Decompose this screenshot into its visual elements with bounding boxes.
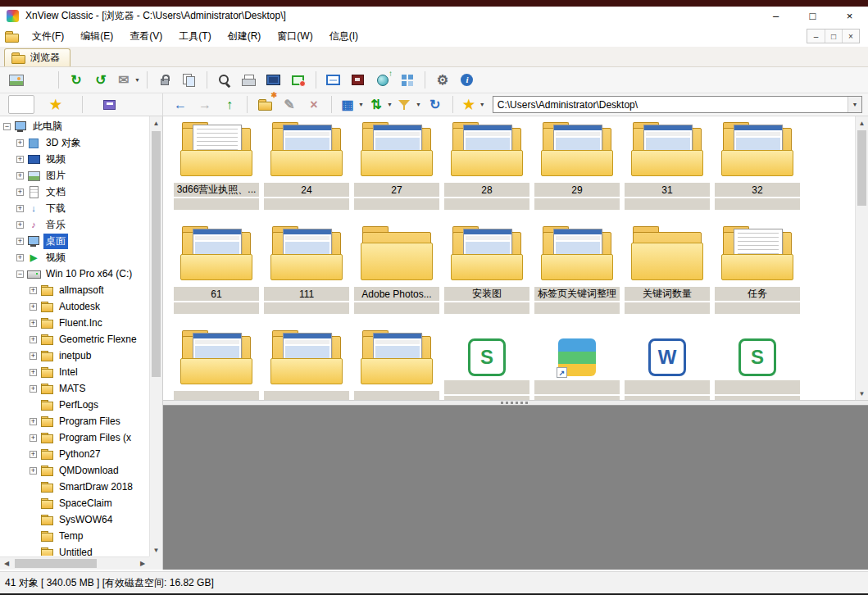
new-folder-button[interactable]: ✱ [252, 93, 277, 116]
file-item[interactable]: S [442, 329, 532, 400]
scroll-down-button[interactable]: ▼ [856, 387, 868, 400]
folders-button[interactable] [8, 95, 34, 114]
expand-icon[interactable]: + [30, 320, 37, 327]
folder-item[interactable]: 标签页关键词整理 [532, 225, 622, 329]
scroll-up-button[interactable]: ▲ [150, 116, 162, 129]
expand-icon[interactable]: + [16, 238, 24, 245]
folder-item[interactable]: 31 [622, 121, 712, 225]
folder-item[interactable] [352, 329, 442, 400]
scroll-down-button[interactable]: ▼ [150, 543, 162, 556]
expand-icon[interactable]: + [16, 221, 24, 229]
tree-item[interactable]: SysWOW64 [0, 511, 148, 528]
address-dropdown-button[interactable]: ▼ [848, 97, 861, 112]
expand-icon[interactable]: + [16, 188, 24, 196]
folder-item[interactable]: 关键词数量 [622, 225, 712, 329]
tree-item[interactable]: SpaceClaim [0, 495, 148, 511]
favorites-tab-button[interactable]: ★ [43, 95, 69, 114]
expand-icon[interactable]: + [16, 156, 24, 163]
folder-item[interactable]: 28 [442, 121, 532, 225]
filter-button[interactable]: ▼ [394, 93, 423, 116]
minimize-button[interactable]: – [757, 7, 794, 25]
browser-button[interactable] [4, 69, 29, 91]
expand-icon[interactable]: + [30, 369, 37, 376]
tree-item[interactable]: +↓下载 [0, 200, 148, 216]
tree-item[interactable]: −此电脑 [0, 118, 148, 134]
scroll-right-button[interactable]: ▶ [136, 557, 149, 570]
tree-item[interactable]: +Geometric Flexne [0, 331, 148, 347]
folder-item[interactable]: 111 [261, 225, 352, 329]
upload-button[interactable] [370, 69, 395, 91]
tree-item[interactable]: +▶视频 [0, 249, 148, 266]
folder-item[interactable]: Adobe Photos... [352, 225, 442, 329]
tree-item[interactable]: +QMDownload [0, 462, 148, 479]
web-button[interactable] [346, 69, 370, 91]
folder-item[interactable]: 3d66营业执照、... [171, 121, 261, 225]
address-input[interactable] [493, 97, 848, 112]
mdi-close-button[interactable]: × [842, 30, 859, 43]
folder-item[interactable]: 29 [532, 121, 622, 225]
tree-item[interactable]: PerfLogs [0, 397, 148, 413]
tree-item[interactable]: Untitled [0, 544, 148, 556]
view-mode-button[interactable]: ▦▼ [337, 93, 366, 116]
mdi-minimize-button[interactable]: – [807, 30, 825, 43]
tree-item[interactable]: −Win 10 Pro x64 (C:) [0, 266, 148, 282]
scroll-thumb[interactable] [15, 559, 97, 568]
folder-item[interactable] [261, 329, 352, 400]
scroll-up-button[interactable]: ▲ [856, 116, 868, 129]
tree-item[interactable]: SmartDraw 2018 [0, 479, 148, 495]
tree-item[interactable]: +Python27 [0, 446, 148, 462]
expand-icon[interactable]: + [30, 287, 37, 294]
menu-item[interactable]: 创建(R) [220, 26, 270, 47]
folder-item[interactable]: 61 [171, 225, 261, 329]
slideshow-button[interactable] [261, 69, 286, 91]
search-button[interactable] [212, 69, 237, 91]
folder-item[interactable]: 安装图 [442, 225, 532, 329]
folder-item[interactable] [171, 329, 261, 400]
menu-item[interactable]: 查看(V) [121, 26, 170, 47]
tab-browser[interactable]: 浏览器 [4, 48, 70, 66]
edit-button[interactable]: ✎ [277, 93, 302, 116]
expand-icon[interactable]: + [30, 467, 37, 475]
expand-icon[interactable]: + [16, 205, 24, 212]
tree-item[interactable]: +Fluent.Inc [0, 315, 148, 331]
tree-item[interactable]: +Program Files (x [0, 429, 148, 446]
tree-item[interactable]: +inetpub [0, 347, 148, 364]
folder-item[interactable]: 24 [261, 121, 352, 225]
preview-splitter[interactable] [163, 400, 868, 406]
menu-item[interactable]: 工具(T) [170, 26, 219, 47]
mail-export-button[interactable]: ✉▼ [113, 69, 142, 91]
mdi-restore-button[interactable]: □ [825, 30, 842, 43]
tree-item[interactable]: +桌面 [0, 233, 148, 249]
maximize-button[interactable]: □ [794, 7, 831, 25]
refresh-button[interactable]: ↻ [64, 69, 89, 91]
expand-icon[interactable]: + [30, 352, 37, 360]
copy-button[interactable] [177, 69, 202, 91]
folder-item[interactable]: 32 [712, 121, 802, 225]
expand-icon[interactable]: + [30, 303, 37, 311]
menu-item[interactable]: 文件(F) [24, 26, 72, 47]
lock-button[interactable] [152, 69, 177, 91]
info-button[interactable] [455, 69, 479, 91]
expand-icon[interactable]: + [30, 418, 37, 425]
menu-item[interactable]: 窗口(W) [269, 26, 320, 47]
acquire-button[interactable]: ↺ [89, 69, 113, 91]
print-button[interactable] [237, 69, 261, 91]
folder-item[interactable]: 任务 [712, 225, 802, 329]
capture-button[interactable] [286, 69, 311, 91]
collapse-icon[interactable]: − [3, 123, 11, 130]
tree-item[interactable]: +♪音乐 [0, 216, 148, 233]
tree-item[interactable]: +文档 [0, 184, 148, 200]
expand-icon[interactable]: + [16, 254, 24, 261]
tree-item[interactable]: +MATS [0, 380, 148, 397]
menu-item[interactable]: 信息(I) [321, 26, 366, 47]
reload-button[interactable]: ↻ [423, 93, 448, 116]
disk-button[interactable] [96, 95, 122, 114]
file-item[interactable]: W [622, 329, 712, 400]
scroll-left-button[interactable]: ◀ [0, 557, 13, 570]
settings-button[interactable]: ⚙ [430, 69, 455, 91]
back-button[interactable]: ← [168, 93, 193, 116]
expand-icon[interactable]: + [30, 336, 37, 343]
tree-item[interactable]: +Autodesk [0, 298, 148, 315]
delete-button[interactable]: × [302, 93, 326, 116]
tree-item[interactable]: +allmapsoft [0, 282, 148, 298]
